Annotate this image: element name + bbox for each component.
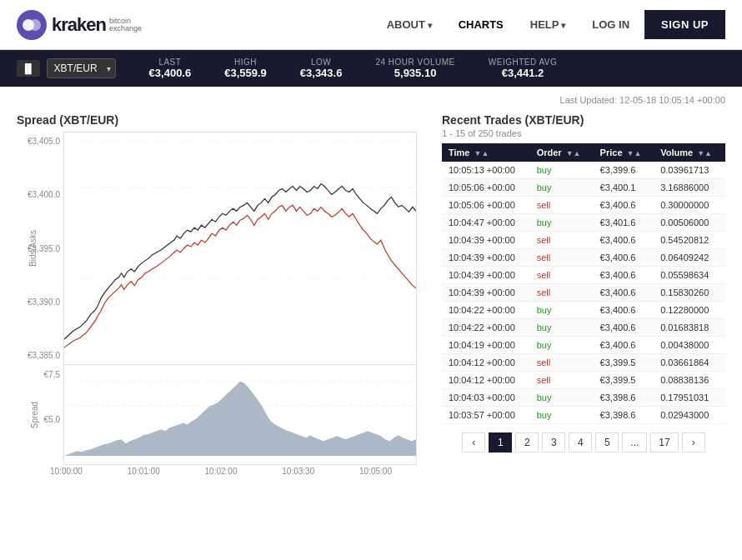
- trade-order: buy: [530, 407, 594, 424]
- y-label-spread: Spread: [30, 402, 39, 428]
- two-columns: Spread (XBT/EUR) €3,405.0 €3,400.0 €3,39…: [17, 113, 725, 476]
- page-5-button[interactable]: 5: [595, 432, 619, 452]
- col-time[interactable]: Time ▼▲: [442, 143, 530, 162]
- trade-volume: 0.12280000: [654, 302, 725, 319]
- page-ellipsis: ...: [622, 432, 647, 452]
- trade-time: 10:04:12 +00:00: [442, 372, 530, 389]
- spread-chart-area: Bids/Asks: [63, 132, 417, 365]
- ticker-low: LOW €3,343.6: [300, 58, 343, 79]
- table-row: 10:04:39 +00:00 sell €3,400.6 0.05598634: [442, 267, 725, 284]
- table-row: 10:04:22 +00:00 buy €3,400.6 0.12280000: [442, 302, 725, 319]
- trade-volume: 0.17951031: [654, 389, 725, 407]
- trade-price: €3,400.1: [594, 179, 654, 197]
- trade-price: €3,400.6: [594, 249, 654, 267]
- ticker-pair-selector: ▐▌ XBT/EUR XBT/USD ETH/EUR: [17, 58, 116, 78]
- trade-time: 10:04:39 +00:00: [442, 284, 530, 302]
- trade-price: €3,400.6: [594, 302, 654, 319]
- table-row: 10:05:06 +00:00 buy €3,400.1 3.16886000: [442, 179, 725, 197]
- main-content: Last Updated: 12-05-18 10:05:14 +00:00 S…: [0, 87, 742, 484]
- col-order[interactable]: Order ▼▲: [530, 143, 594, 162]
- trade-order: sell: [530, 354, 594, 372]
- volume-chart-wrapper: €7.5 €5.0: [17, 365, 417, 465]
- ticker-high: HIGH €3,559.9: [224, 58, 267, 79]
- y-axis-spread: €7.5 €5.0: [17, 365, 63, 465]
- page-2-button[interactable]: 2: [515, 432, 539, 452]
- trade-price: €3,398.6: [594, 389, 654, 407]
- nav-charts[interactable]: CHARTS: [447, 12, 515, 38]
- navbar: kraken bitcoin exchange ABOUT CHARTS HEL…: [0, 0, 742, 50]
- trade-price: €3,400.6: [594, 284, 654, 302]
- trade-volume: 0.05598634: [654, 267, 725, 284]
- y-axis-bids: €3,405.0 €3,400.0 €3,395.0 €3,390.0 €3,3…: [17, 132, 63, 365]
- trade-price: €3,400.6: [594, 319, 654, 337]
- trade-volume: 0.08838136: [654, 372, 725, 389]
- table-row: 10:04:19 +00:00 buy €3,400.6 0.00438000: [442, 337, 725, 354]
- nav-signup-button[interactable]: SIGN UP: [644, 10, 725, 39]
- trade-order: buy: [530, 302, 594, 319]
- svg-point-1: [29, 19, 41, 31]
- spread-chart-svg: [64, 132, 416, 364]
- table-row: 10:04:39 +00:00 sell €3,400.6 0.15830260: [442, 284, 725, 302]
- trade-time: 10:04:22 +00:00: [442, 319, 530, 337]
- trade-volume: 0.30000000: [654, 197, 725, 214]
- trade-price: €3,398.6: [594, 407, 654, 424]
- last-updated: Last Updated: 12-05-18 10:05:14 +00:00: [17, 95, 725, 105]
- trade-time: 10:04:39 +00:00: [442, 249, 530, 267]
- trade-order: buy: [530, 162, 594, 179]
- trade-time: 10:05:06 +00:00: [442, 197, 530, 214]
- page-1-button[interactable]: 1: [489, 432, 512, 452]
- trade-price: €3,401.6: [594, 214, 654, 232]
- table-row: 10:04:12 +00:00 sell €3,399.5 0.03661864: [442, 354, 725, 372]
- nav-login[interactable]: LOG IN: [580, 12, 641, 38]
- pair-wrapper[interactable]: XBT/EUR XBT/USD ETH/EUR: [47, 58, 116, 78]
- volume-chart-svg: [64, 365, 416, 464]
- table-row: 10:04:39 +00:00 sell €3,400.6 0.54520812: [442, 232, 725, 249]
- page-3-button[interactable]: 3: [542, 432, 565, 452]
- x-axis-labels: 10:00:00 10:01:00 10:02:00 10:03:30 10:0…: [17, 465, 417, 476]
- nav-links: ABOUT CHARTS HELP LOG IN SIGN UP: [375, 10, 725, 39]
- trade-order: buy: [530, 214, 594, 232]
- ticker-volume: 24 HOUR VOLUME 5,935.10: [375, 58, 454, 79]
- nav-help[interactable]: HELP: [519, 12, 577, 38]
- trade-order: sell: [530, 197, 594, 214]
- trade-volume: 0.03961713: [654, 162, 725, 179]
- col-volume[interactable]: Volume ▼▲: [654, 143, 725, 162]
- trade-volume: 0.15830260: [654, 284, 725, 302]
- trade-order: sell: [530, 249, 594, 267]
- trade-order: sell: [530, 232, 594, 249]
- trade-time: 10:04:19 +00:00: [442, 337, 530, 354]
- ticker-bar: ▐▌ XBT/EUR XBT/USD ETH/EUR LAST €3,400.6…: [0, 50, 742, 87]
- trade-volume: 0.02943000: [654, 407, 725, 424]
- trade-time: 10:04:39 +00:00: [442, 267, 530, 284]
- trade-order: sell: [530, 267, 594, 284]
- table-row: 10:04:12 +00:00 sell €3,399.5 0.08838136: [442, 372, 725, 389]
- col-price[interactable]: Price ▼▲: [594, 143, 654, 162]
- trade-time: 10:04:03 +00:00: [442, 389, 530, 407]
- table-row: 10:05:13 +00:00 buy €3,399.6 0.03961713: [442, 162, 725, 179]
- chart-column: Spread (XBT/EUR) €3,405.0 €3,400.0 €3,39…: [17, 113, 417, 476]
- trade-order: buy: [530, 179, 594, 197]
- brand-name: kraken: [52, 14, 106, 36]
- trades-header-row: Time ▼▲ Order ▼▲ Price ▼▲ Volume ▼▲: [442, 143, 725, 162]
- pagination: ‹ 1 2 3 4 5 ... 17 ›: [442, 432, 725, 452]
- page-4-button[interactable]: 4: [569, 432, 592, 452]
- pair-select[interactable]: XBT/EUR XBT/USD ETH/EUR: [47, 58, 116, 78]
- trade-price: €3,399.6: [594, 162, 654, 179]
- page-17-button[interactable]: 17: [650, 432, 678, 452]
- nav-about[interactable]: ABOUT: [375, 12, 444, 38]
- next-page-button[interactable]: ›: [682, 432, 705, 452]
- table-row: 10:03:57 +00:00 buy €3,398.6 0.02943000: [442, 407, 725, 424]
- spread-chart-svg-container: [63, 132, 417, 365]
- trade-order: buy: [530, 319, 594, 337]
- prev-page-button[interactable]: ‹: [462, 432, 485, 452]
- trades-tbody: 10:05:13 +00:00 buy €3,399.6 0.03961713 …: [442, 162, 725, 424]
- trade-price: €3,400.6: [594, 267, 654, 284]
- trade-order: buy: [530, 389, 594, 407]
- trade-price: €3,400.6: [594, 337, 654, 354]
- trade-order: buy: [530, 337, 594, 354]
- trades-title: Recent Trades (XBT/EUR): [442, 113, 725, 127]
- brand-subtitle: bitcoin exchange: [109, 18, 142, 32]
- trades-column: Recent Trades (XBT/EUR) 1 - 15 of 250 tr…: [442, 113, 725, 476]
- trade-price: €3,400.6: [594, 197, 654, 214]
- trade-price: €3,399.5: [594, 354, 654, 372]
